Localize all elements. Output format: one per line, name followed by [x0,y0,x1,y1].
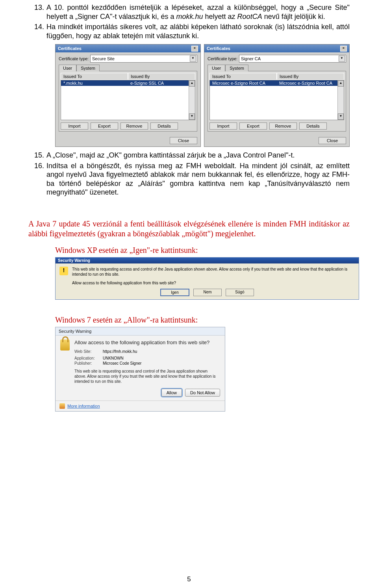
details-button[interactable]: Details [150,122,178,130]
more-information-link[interactable]: More information [67,404,100,408]
table-header: Issued To Issued By [209,73,344,80]
scroll-up-icon[interactable]: ▲ [338,80,344,87]
application-label: Application: [74,356,103,360]
scroll-down-icon[interactable]: ▼ [338,113,344,120]
import-button[interactable]: Import [61,122,88,130]
w7-instruction-heading: Windows 7 esetén az „Allow"-ra kattintsu… [55,315,350,325]
list-number: 15. [28,151,46,160]
certificates-dialog-right: Certificates × Certificate type: Signer … [204,44,350,147]
certificates-list[interactable]: Microsec e-Szigno Root CA Microsec e-Szi… [209,80,344,120]
certificate-type-label: Certificate type: [59,56,90,61]
document-page: 13. A 10. ponttól kezdődően ismételjük a… [0,0,378,588]
details-button[interactable]: Details [299,122,327,130]
application-value: UNKNOWN [103,356,124,360]
instruction-list-continued: 15. A „Close", majd az „OK" gombra katti… [28,151,350,197]
warning-description: This web site is requesting access and c… [74,369,220,384]
list-number: 14. [28,22,46,40]
combo-value: Secure Site [92,56,115,61]
website-value: https://fmh.mokk.hu [103,349,137,354]
import-button[interactable]: Import [209,122,237,130]
certificates-screenshots-row: Certificates × Certificate type: Secure … [55,44,350,147]
column-issued-by[interactable]: Issued By [277,73,344,80]
dialog-title: Certificates [207,46,230,51]
dialog-titlebar: Certificates × [56,45,200,52]
chevron-down-icon[interactable]: ▼ [339,56,345,62]
dialog-titlebar: Security Warning [56,258,359,263]
export-button[interactable]: Export [91,122,118,130]
certificates-dialog-left: Certificates × Certificate type: Secure … [55,44,201,147]
page-number: 5 [0,575,378,583]
scroll-down-icon[interactable]: ▼ [189,113,195,120]
dialog-title: Certificates [58,46,82,51]
chevron-down-icon[interactable]: ▼ [190,56,196,62]
tab-user[interactable]: User [208,65,225,71]
list-text: Ha mindkét importálás sikeres volt, az a… [46,22,350,40]
tab-system[interactable]: System [76,65,100,71]
close-button[interactable]: Close [170,137,197,144]
shield-icon [59,403,65,409]
help-button[interactable]: Súgó [226,289,254,296]
certificates-panel: Issued To Issued By Microsec e-Szigno Ro… [208,71,346,132]
list-text: A 10. ponttól kezdődően ismételjük a lép… [46,3,350,21]
tab-user[interactable]: User [59,65,76,71]
warning-question: Allow access to the following applicatio… [74,339,220,346]
list-item-14: 14. Ha mindkét importálás sikeres volt, … [28,22,350,40]
do-not-allow-button[interactable]: Do Not Allow [185,389,220,397]
scroll-up-icon[interactable]: ▲ [189,80,195,87]
cell-issued-to: *.mokk.hu [61,80,128,86]
certificate-type-combo[interactable]: Signer CA ▼ [239,55,346,63]
certificates-list[interactable]: *.mokk.hu e-Szigno SSL CA ▲ ▼ [61,80,195,120]
remove-button[interactable]: Remove [269,122,297,130]
tab-system[interactable]: System [225,65,248,71]
publisher-value: Microsec Code Signer [103,361,141,365]
yes-button[interactable]: Igen [160,289,189,296]
remove-button[interactable]: Remove [120,122,148,130]
scrollbar[interactable]: ▲ ▼ [189,80,195,120]
table-row[interactable]: Microsec e-Szigno Root CA Microsec e-Szi… [210,80,344,86]
list-number: 16. [28,161,46,197]
warning-icon [59,267,68,275]
dialog-titlebar: Certificates × [204,45,349,52]
certificates-panel: Issued To Issued By *.mokk.hu e-Szigno S… [59,71,197,132]
warning-line1: This web site is requesting access and c… [72,267,355,277]
warning-paragraph: A Java 7 update 45 verziónál a fenti beá… [28,219,350,239]
table-header: Issued To Issued By [61,73,195,80]
cell-issued-by: e-Szigno SSL CA [128,80,195,86]
list-number: 13. [28,3,46,21]
list-text: A „Close", majd az „OK" gombra kattintás… [46,151,350,160]
xp-instruction-heading: Windows XP esetén az „Igen"-re kattintsu… [55,246,350,255]
warning-line2: Allow access to the following applicatio… [72,280,355,286]
table-row[interactable]: *.mokk.hu e-Szigno SSL CA [61,80,195,86]
close-button[interactable]: Close [319,137,346,144]
list-item-15: 15. A „Close", majd az „OK" gombra katti… [28,151,350,160]
close-icon[interactable]: × [340,46,347,52]
certificate-type-label: Certificate type: [208,56,239,61]
column-issued-to[interactable]: Issued To [61,73,128,80]
combo-value: Signer CA [241,56,261,61]
dialog-titlebar: Security Warning [56,327,225,336]
w7-security-warning-dialog: Security Warning Allow access to the fol… [55,327,225,412]
website-label: Web Site: [74,349,103,354]
certificate-type-combo[interactable]: Secure Site ▼ [90,55,197,63]
list-item-13: 13. A 10. ponttól kezdődően ismételjük a… [28,3,350,21]
cell-issued-by: Microsec e-Szigno Root CA [277,80,344,86]
no-button[interactable]: Nem [193,289,222,296]
allow-button[interactable]: Allow [161,389,182,397]
list-item-16: 16. Indítsa el a böngészőt, és nyissa me… [28,161,350,197]
warning-text: This web site is requesting access and c… [72,267,355,286]
export-button[interactable]: Export [239,122,267,130]
column-issued-by[interactable]: Issued By [128,73,195,80]
xp-security-warning-dialog: Security Warning This web site is reques… [55,257,359,300]
list-text: Indítsa el a böngészőt, és nyissa meg az… [46,161,350,197]
scrollbar[interactable]: ▲ ▼ [337,80,344,120]
lock-icon [60,339,70,351]
publisher-label: Publisher: [74,361,103,365]
column-issued-to[interactable]: Issued To [209,73,277,80]
cell-issued-to: Microsec e-Szigno Root CA [210,80,277,86]
close-icon[interactable]: × [191,46,198,52]
instruction-list: 13. A 10. ponttól kezdődően ismételjük a… [28,3,350,40]
